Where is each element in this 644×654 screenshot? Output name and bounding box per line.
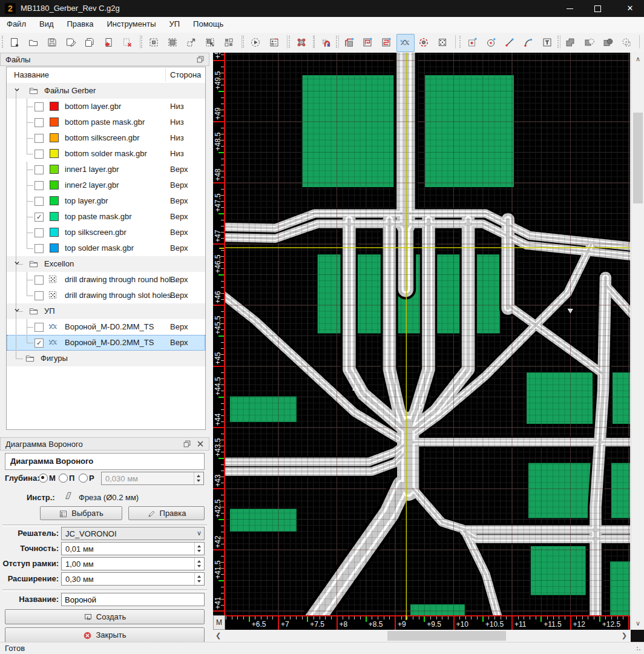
menu-Правка[interactable]: Правка [61, 17, 100, 31]
mosaic-button[interactable] [220, 34, 238, 52]
layer-color-swatch[interactable] [50, 117, 59, 127]
tree-file-row[interactable]: drill drawing through round hol...Верх [7, 272, 205, 288]
zoom-out-button[interactable] [183, 34, 201, 52]
layer-color-swatch[interactable] [50, 102, 59, 111]
maximize-button[interactable] [583, 0, 611, 17]
scroll-up-arrow[interactable]: ∧ [631, 55, 644, 63]
menu-Вид[interactable]: Вид [33, 17, 61, 31]
close-document-button[interactable] [119, 34, 137, 52]
vertical-scrollbar[interactable]: ∧ ∨ [631, 53, 644, 630]
tree-file-row[interactable]: top silkscreen.gbrВерх [7, 225, 205, 240]
tree-file-row[interactable]: top layer.gbrВерх [7, 193, 205, 209]
scroll-down-arrow[interactable]: ∨ [631, 619, 644, 627]
toolbar-group-handle[interactable] [459, 36, 462, 48]
parameters-button[interactable] [266, 34, 284, 52]
layer-color-swatch[interactable] [50, 180, 59, 190]
run-button[interactable] [247, 34, 265, 52]
tree-file-row[interactable]: top solder mask.gbrВерх [7, 240, 205, 256]
draw-line-button[interactable] [501, 34, 519, 52]
spin-arrows[interactable] [194, 472, 203, 484]
ruler-unit-button[interactable]: M [213, 615, 225, 630]
layer-checkbox[interactable] [34, 291, 44, 300]
contour-button[interactable] [340, 34, 358, 52]
tree-file-row[interactable]: inner1 layer.gbrВерх [7, 162, 205, 177]
spin-arrows[interactable] [194, 558, 204, 570]
depth-radio-П[interactable] [59, 474, 68, 483]
menu-Инструменты[interactable]: Инструменты [100, 17, 162, 31]
select-tool-button[interactable]: Выбрать [40, 506, 122, 520]
toolbar-group-handle[interactable] [2, 36, 5, 48]
layer-checkbox[interactable]: ✓ [34, 339, 44, 348]
scroll-right-arrow[interactable]: ❯ [622, 632, 627, 639]
precision-spinbox[interactable]: 0,01 мм [61, 542, 205, 555]
spin-arrows[interactable] [194, 573, 204, 585]
tree-file-row[interactable]: bottom paste mask.gbrНиз [7, 114, 205, 130]
shape-combine-button[interactable] [599, 34, 617, 52]
toolbar-group-handle[interactable] [141, 36, 144, 48]
zigzag-button[interactable] [378, 34, 396, 52]
tree-file-row[interactable]: ✓Вороной_M-D0.2MM_TSВерх [7, 335, 205, 351]
draw-arc-button[interactable] [520, 34, 538, 52]
layer-color-swatch[interactable] [50, 212, 59, 221]
tree-file-row[interactable]: drill drawing through slot holes...Верх [7, 288, 205, 303]
minimize-button[interactable] [556, 0, 583, 17]
open-folder-button[interactable] [25, 34, 43, 52]
snap-grid-button[interactable] [317, 34, 335, 52]
drill-marks-button[interactable] [415, 34, 433, 52]
tree-folder-row[interactable]: УП [7, 303, 205, 319]
depth-value-spinbox[interactable]: 0,030 мм [101, 472, 204, 485]
vertical-scroll-thumb[interactable] [633, 113, 643, 203]
scroll-left-arrow[interactable]: ❮ [215, 632, 221, 639]
column-divider[interactable] [165, 68, 166, 82]
layer-color-swatch[interactable] [50, 165, 59, 174]
solver-combobox[interactable]: JC_VORONOI ∨ [61, 527, 205, 540]
layer-checkbox[interactable] [34, 118, 44, 127]
close-op-button[interactable]: Закрыть [5, 627, 205, 642]
tree-header[interactable]: Название Сторона [7, 67, 205, 84]
toolbar-group-handle[interactable] [313, 36, 316, 48]
edit-tool-button[interactable]: Правка [128, 506, 205, 520]
fit-selection-button[interactable] [145, 34, 163, 52]
voronoi-button[interactable] [396, 34, 415, 52]
toolbar-group-handle[interactable] [557, 36, 560, 48]
transform-button[interactable] [293, 34, 311, 52]
depth-radio-М[interactable] [39, 474, 48, 483]
layer-checkbox[interactable] [34, 150, 44, 159]
collapse-chevron-icon[interactable] [13, 85, 21, 96]
tree-file-row[interactable]: ✓top paste mask.gbrВерх [7, 209, 205, 225]
layer-checkbox[interactable] [34, 197, 44, 206]
draw-text-button[interactable] [539, 34, 557, 52]
layer-checkbox[interactable] [34, 228, 44, 237]
close-panel-button[interactable] [196, 439, 206, 450]
tree-file-row[interactable]: inner2 layer.gbrВерх [7, 177, 205, 193]
spin-arrows[interactable] [194, 543, 204, 555]
import-red-button[interactable] [100, 34, 118, 52]
menu-Файл[interactable]: Файл [0, 17, 33, 31]
toolbar-group-handle[interactable] [289, 36, 292, 48]
layer-checkbox[interactable] [34, 276, 44, 285]
horizontal-scrollbar[interactable]: ❮ ❯ [213, 630, 631, 642]
pcb-canvas[interactable] [225, 53, 630, 615]
layer-color-swatch[interactable] [50, 228, 59, 237]
drill-points-button[interactable] [434, 34, 452, 52]
layer-checkbox[interactable] [34, 323, 44, 332]
tree-file-row[interactable]: bottom layer.gbrНиз [7, 99, 205, 114]
zoom-in-button[interactable] [202, 34, 220, 52]
tree-file-row[interactable]: bottom solder mask.gbrНиз [7, 146, 205, 162]
name-input[interactable] [61, 593, 205, 606]
float-panel-button[interactable] [196, 54, 206, 65]
horizontal-scroll-thumb[interactable] [387, 631, 506, 641]
margin-spinbox[interactable]: 1,00 мм [61, 557, 205, 570]
layer-checkbox[interactable] [34, 181, 44, 190]
layer-color-swatch[interactable] [50, 149, 59, 158]
layer-color-swatch[interactable] [50, 243, 59, 253]
collapse-chevron-icon[interactable] [13, 306, 21, 316]
layer-checkbox[interactable] [34, 165, 44, 174]
layer-color-swatch[interactable] [50, 133, 59, 142]
collapse-chevron-icon[interactable] [13, 259, 21, 269]
menu-Помощь[interactable]: Помощь [186, 17, 230, 31]
new-document-button[interactable] [6, 34, 24, 52]
menu-УП[interactable]: УП [162, 17, 186, 31]
layer-checkbox[interactable]: ✓ [34, 213, 44, 222]
save-edit-button[interactable] [62, 34, 80, 52]
